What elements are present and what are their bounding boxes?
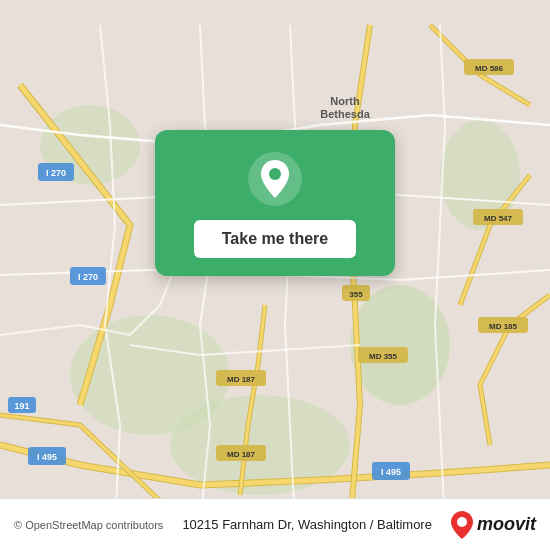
moovit-wordmark: moovit — [477, 514, 536, 535]
osm-attribution: © OpenStreetMap contributors — [14, 519, 163, 531]
svg-text:I 270: I 270 — [46, 168, 66, 178]
svg-text:MD 187: MD 187 — [227, 450, 256, 459]
svg-text:I 270: I 270 — [78, 272, 98, 282]
svg-text:MD 185: MD 185 — [489, 322, 518, 331]
map-container: I 270 I 270 I 495 I 495 191 191 MD 187 M… — [0, 0, 550, 550]
svg-text:I 495: I 495 — [381, 467, 401, 477]
svg-text:MD 586: MD 586 — [475, 64, 504, 73]
moovit-logo: moovit — [451, 511, 536, 539]
bottom-bar: © OpenStreetMap contributors 10215 Farnh… — [0, 498, 550, 550]
action-card: Take me there — [155, 130, 395, 276]
location-pin-icon — [248, 152, 302, 206]
svg-text:MD 355: MD 355 — [369, 352, 398, 361]
svg-point-37 — [457, 517, 467, 527]
svg-text:191: 191 — [14, 401, 29, 411]
svg-text:MD 187: MD 187 — [227, 375, 256, 384]
svg-point-36 — [269, 168, 281, 180]
svg-text:355: 355 — [349, 290, 363, 299]
svg-text:I 495: I 495 — [37, 452, 57, 462]
svg-text:MD 547: MD 547 — [484, 214, 513, 223]
address-text: 10215 Farnham Dr, Washington / Baltimore — [163, 517, 451, 532]
take-me-there-button[interactable]: Take me there — [194, 220, 356, 258]
svg-text:Bethesda: Bethesda — [320, 108, 370, 120]
svg-text:North: North — [330, 95, 360, 107]
moovit-pin-icon — [451, 511, 473, 539]
